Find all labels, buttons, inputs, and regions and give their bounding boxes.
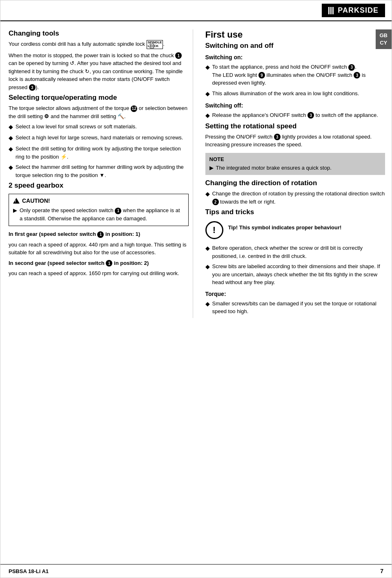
caution-text: ▶ Only operate the speed selection switc…	[13, 206, 184, 222]
section-changing-tools: Changing tools Your cordless combi drill…	[9, 29, 189, 91]
note-box: NOTE ▶ The integrated motor brake ensure…	[205, 153, 385, 175]
switching-on-label: Switching on:	[205, 54, 385, 60]
torque-title: Selecting torque/operating mode	[9, 94, 189, 102]
diamond-icon-11: ◆	[205, 300, 210, 308]
switching-subtitle: Switching on and off	[205, 42, 385, 50]
torque-bullets: ◆ Select a low level for small screws or…	[9, 123, 189, 179]
note-text: ▶ The integrated motor brake ensures a q…	[209, 164, 381, 172]
footer: PSBSA 18-Li A1 7	[0, 564, 392, 578]
arrow-icon: ▶	[13, 206, 17, 215]
switch-on-bullet-2: ◆ This allows illumination of the work a…	[205, 90, 385, 98]
diamond-icon-10: ◆	[205, 262, 210, 271]
note-header: NOTE	[209, 156, 381, 162]
brand-lines-icon	[328, 7, 334, 14]
torque-bullet-1: ◆ Select a low level for small screws or…	[9, 123, 189, 131]
spindle-lock-icon: SPINDLELOCK	[147, 40, 163, 49]
torque-label: Torque:	[205, 291, 385, 297]
diamond-icon-8: ◆	[205, 190, 210, 198]
icon-3b: 3	[348, 64, 355, 71]
icon-3c: 3	[354, 72, 360, 78]
icon-3a: 3	[29, 84, 36, 91]
diamond-icon-2: ◆	[9, 134, 13, 142]
tips-title: Tips and tricks	[205, 208, 385, 216]
icon-2: 2	[212, 199, 219, 205]
caution-triangle-icon	[13, 198, 20, 204]
gearbox-title: 2 speed gearbox	[9, 181, 189, 190]
diamond-icon-9: ◆	[205, 244, 210, 253]
changing-tools-p2: When the motor is stopped, the power tra…	[9, 52, 189, 92]
torque-bullet-item: ◆ Smaller screws/bits can be damaged if …	[205, 300, 385, 316]
icon-12: 12	[131, 105, 137, 112]
page: PARKSIDE Changing tools Your cordless co…	[0, 0, 392, 578]
gear2-title: In second gear (speed selector switch 1 …	[9, 259, 189, 267]
switching-off-bullets: ◆ Release the appliance's ON/OFF switch …	[205, 111, 385, 120]
diamond-icon-4: ◆	[9, 163, 13, 172]
brand-logo: PARKSIDE	[322, 4, 385, 17]
footer-model: PSBSA 18-Li A1	[9, 568, 49, 574]
header: PARKSIDE	[0, 0, 392, 21]
section-tips: Tips and tricks ! Tip! This symbol indic…	[205, 208, 385, 316]
icon-3e: 3	[274, 134, 281, 140]
left-column: Changing tools Your cordless combi drill…	[9, 29, 193, 318]
diamond-icon-1: ◆	[9, 123, 13, 131]
first-use-title: First use	[205, 29, 385, 40]
note-arrow-icon: ▶	[209, 164, 214, 172]
tip-circle-icon: !	[205, 221, 223, 239]
changing-tools-title: Changing tools	[9, 29, 189, 38]
tip-text: Tip! This symbol indicates proper behavi…	[228, 221, 342, 232]
icon-1: 1	[175, 52, 182, 59]
lang-badge: GBCY	[376, 29, 392, 49]
tips-bullets: ◆ Before operation, check whether the sc…	[205, 244, 385, 287]
icon-1c: 1	[97, 231, 104, 238]
torque-bullet-2: ◆ Select a high level for large screws, …	[9, 134, 189, 142]
changing-tools-p1: Your cordless combi drill has a fully au…	[9, 40, 189, 49]
torque-bullet-list: ◆ Smaller screws/bits can be damaged if …	[205, 300, 385, 316]
main-content: Changing tools Your cordless combi drill…	[0, 21, 392, 326]
direction-bullet-1: ◆ Change the direction of rotation by pr…	[205, 190, 385, 206]
brand-name: PARKSIDE	[338, 6, 379, 15]
diamond-icon-6: ◆	[205, 90, 210, 98]
footer-page: 7	[380, 568, 383, 574]
torque-intro: The torque selector allows adjustment of…	[9, 104, 189, 120]
section-gearbox: 2 speed gearbox CAUTION! ▶ Only operate …	[9, 181, 189, 278]
torque-bullet-3: ◆ Select the drill setting for drilling …	[9, 145, 189, 161]
switch-on-bullet-1: ◆ To start the appliance, press and hold…	[205, 63, 385, 87]
section-first-use: First use Switching on and off Switching…	[205, 29, 385, 120]
gear1-body: you can reach a speed of approx. 440 rpm…	[9, 241, 189, 257]
section-torque: Selecting torque/operating mode The torq…	[9, 94, 189, 179]
icon-1b: 1	[115, 208, 121, 214]
diamond-icon-3: ◆	[9, 145, 13, 153]
icon-9: 9	[258, 72, 265, 78]
caution-header: CAUTION!	[13, 197, 184, 204]
gear1-title: In first gear (speed selector switch 1 i…	[9, 230, 189, 238]
switch-off-bullet-1: ◆ Release the appliance's ON/OFF switch …	[205, 111, 385, 120]
icon-1d: 1	[106, 260, 112, 267]
switching-off-label: Switching off:	[205, 102, 385, 109]
caution-box: CAUTION! ▶ Only operate the speed select…	[9, 194, 189, 226]
tip-box: ! Tip! This symbol indicates proper beha…	[205, 221, 385, 239]
tips-bullet-1: ◆ Before operation, check whether the sc…	[205, 244, 385, 260]
caution-label: CAUTION!	[22, 197, 50, 204]
section-rotational-speed: Setting the rotational speed Pressing th…	[205, 122, 385, 175]
rot-speed-body: Pressing the ON/OFF switch 3 lightly pro…	[205, 133, 385, 149]
torque-bullet-4: ◆ Select the hammer drill setting for ha…	[9, 163, 189, 179]
switching-on-bullets: ◆ To start the appliance, press and hold…	[205, 63, 385, 98]
direction-title: Changing the direction of rotation	[205, 179, 385, 187]
diamond-icon-7: ◆	[205, 111, 210, 120]
diamond-icon-5: ◆	[205, 63, 210, 72]
tips-bullet-2: ◆ Screw bits are labelled according to t…	[205, 262, 385, 287]
icon-3d: 3	[307, 112, 314, 119]
section-direction: Changing the direction of rotation ◆ Cha…	[205, 179, 385, 206]
right-column: GBCY First use Switching on and off Swit…	[201, 29, 385, 318]
direction-bullets: ◆ Change the direction of rotation by pr…	[205, 190, 385, 206]
gear2-body: you can reach a speed of approx. 1650 rp…	[9, 269, 189, 278]
rot-speed-title: Setting the rotational speed	[205, 122, 385, 130]
